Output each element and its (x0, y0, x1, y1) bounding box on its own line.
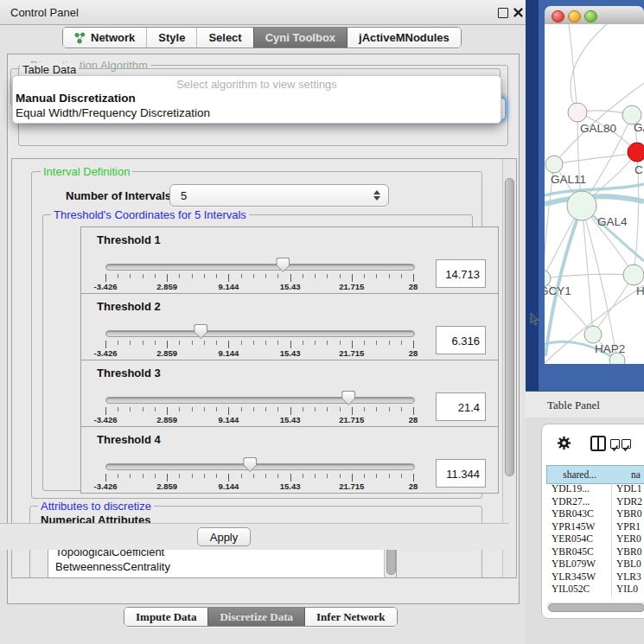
tab-network[interactable]: Network (63, 28, 146, 48)
threshold-value-field[interactable]: 21.4 (436, 392, 486, 421)
threshold-slider-track[interactable] (105, 397, 415, 404)
settings-scrollbar-thumb[interactable] (505, 178, 514, 476)
panel-title: Control Panel (10, 6, 79, 19)
cell-name: YDL1 (616, 483, 641, 494)
threshold-slider-handle[interactable] (243, 457, 257, 472)
node-gal80[interactable] (568, 103, 587, 122)
table-row[interactable]: YBL079WYBL0 (546, 558, 644, 571)
slider-tick-label: -3.426 (94, 348, 118, 358)
tab-select[interactable]: Select (196, 28, 252, 48)
threshold-panel: Threshold 1 14.713 -3.4262.8599.14415.43… (80, 226, 499, 294)
slider-tick-label: 15.43 (280, 282, 301, 291)
apply-button[interactable]: Apply (197, 527, 251, 546)
settings-scrollbar[interactable] (502, 159, 516, 577)
slider-tick-label: 9.144 (219, 282, 239, 291)
label-c: C (634, 163, 643, 176)
network-canvas[interactable]: GAL80 GA GAL11 C GAL4 GCY1 H HAP2 (545, 24, 644, 364)
threshold-value-field[interactable]: 11.344 (436, 459, 486, 488)
threshold-slider-track[interactable] (105, 264, 415, 271)
close-traffic-light[interactable] (552, 10, 564, 23)
table-row[interactable]: YDL19...YDL1 (546, 483, 644, 496)
label-hap2: HAP2 (595, 342, 625, 355)
slider-tick-label: 21.715 (339, 348, 364, 358)
table-panel-header: Table Panel (526, 391, 644, 419)
mouse-cursor (530, 313, 539, 326)
threshold-slider-track[interactable] (105, 463, 415, 470)
threshold-value-field[interactable]: 14.713 (436, 259, 486, 288)
column-divider (611, 483, 612, 596)
column-header-name[interactable]: na (612, 465, 644, 484)
tab-infer-network[interactable]: Infer Network (304, 608, 397, 626)
cell-shared-name: YBR045C (552, 546, 594, 557)
slider-tick-label: 15.43 (280, 348, 301, 358)
threshold-slider-handle[interactable] (276, 258, 290, 272)
node-table[interactable]: YDL19...YDL1YDR27...YDR2YBR043CYBR0YPR14… (546, 483, 644, 596)
top-tab-bar: NetworkStyleSelectCyni ToolboxjActiveMNo… (62, 27, 462, 48)
node-gal4[interactable] (567, 191, 596, 220)
algorithm-option-manual[interactable]: Manual Discretization (16, 92, 136, 105)
number-of-intervals-combo[interactable]: 5 (169, 184, 389, 207)
threshold-slider-handle[interactable] (341, 391, 355, 405)
checkbox-icon-2[interactable] (622, 439, 631, 449)
interval-definition-title: Interval Definition (41, 165, 132, 178)
zoom-traffic-light[interactable] (584, 10, 597, 23)
slider-tick-label: 28 (409, 282, 418, 291)
algorithm-option-equal-width[interactable]: Equal Width/Frequency Discretization (16, 106, 210, 119)
column-header-shared-name[interactable]: shared... (546, 465, 613, 484)
node-selected-red[interactable] (628, 143, 644, 162)
tab-impute-data[interactable]: Impute Data (124, 608, 207, 626)
slider-tick-label: 2.859 (156, 348, 177, 358)
split-columns-icon[interactable] (590, 436, 606, 451)
float-window-icon[interactable] (498, 8, 508, 18)
table-row[interactable]: YBR043CYBR0 (546, 508, 644, 521)
table-panel-area: shared... na YDL19...YDL1YDR27...YDR2YBR… (526, 418, 644, 644)
cell-shared-name: YBL079W (552, 558, 596, 569)
tab-discretize-data[interactable]: Discretize Data (207, 608, 304, 626)
table-row[interactable]: YIL052CYIL0 (546, 583, 644, 596)
label-gcy1: GCY1 (545, 284, 571, 297)
close-icon[interactable] (513, 6, 524, 17)
gear-icon[interactable] (557, 436, 571, 450)
slider-tick-label: -3.426 (94, 282, 118, 291)
table-hscrollbar-thumb[interactable] (548, 603, 644, 612)
slider-tick-label: 15.43 (280, 415, 301, 424)
threshold-panel: Threshold 4 11.344 -3.4262.8599.14415.43… (80, 426, 499, 494)
node-hap2[interactable] (584, 326, 602, 343)
combo-arrows-icon (373, 190, 380, 201)
network-window-titlebar[interactable] (545, 6, 644, 25)
tab-jactivemnodules[interactable]: jActiveMNodules (347, 28, 461, 48)
table-row[interactable]: YER054CYER0 (546, 533, 644, 546)
attribute-list-item[interactable]: BetweennessCentrality (48, 559, 396, 574)
slider-tick-label: 9.144 (219, 348, 239, 358)
tab-style[interactable]: Style (146, 28, 196, 48)
node-h[interactable] (623, 265, 644, 285)
threshold-slider-handle[interactable] (194, 324, 207, 339)
settings-scrollpane: Interval Definition Number of Intervals … (11, 158, 517, 578)
node-gal11[interactable] (545, 156, 563, 173)
threshold-value-field[interactable]: 6.316 (436, 326, 486, 354)
thresholds-group: Threshold's Coordinates for 5 Intervals … (42, 214, 473, 491)
table-panel-title: Table Panel (547, 399, 600, 412)
tab-cyni-toolbox[interactable]: Cyni Toolbox (253, 28, 347, 48)
table-row[interactable]: YLR345WYLR3 (546, 571, 644, 584)
apply-bar: Apply (0, 523, 509, 550)
slider-tick-label: 2.859 (156, 415, 177, 424)
slider-major-ticks (105, 274, 415, 282)
threshold-slider-track[interactable] (105, 330, 415, 337)
threshold-label: Threshold 1 (97, 233, 161, 246)
cell-name: YDR2 (616, 496, 642, 507)
table-row[interactable]: YBR045CYBR0 (546, 546, 644, 559)
cell-name: YER0 (616, 533, 641, 544)
table-hscrollbar[interactable] (546, 602, 644, 611)
table-row[interactable]: YPR145WYPR1 (546, 521, 644, 534)
cell-shared-name: YLR345W (552, 571, 596, 582)
algorithm-prompt-item[interactable]: Select algorithm to view settings (13, 78, 501, 91)
network-nodes (545, 103, 644, 364)
checkbox-icon-1[interactable] (610, 439, 620, 449)
table-row[interactable]: YDR27...YDR2 (546, 496, 644, 509)
label-ga: GA (634, 121, 644, 134)
minimize-traffic-light[interactable] (568, 10, 581, 23)
threshold-panel: Threshold 2 6.316 -3.4262.8599.14415.432… (80, 293, 499, 360)
cell-name: YIL0 (616, 583, 638, 594)
bottom-tab-bar: Impute DataDiscretize DataInfer Network (124, 607, 398, 627)
